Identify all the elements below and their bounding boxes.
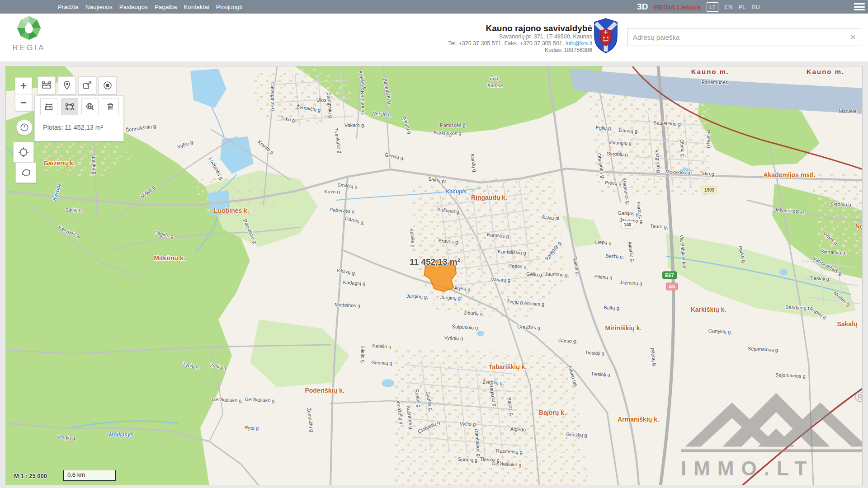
nav-item-4[interactable]: Kontaktai	[184, 4, 209, 10]
page-header: REGIA Kauno rajono savivaldybė Savanorių…	[0, 14, 868, 61]
lang-en[interactable]: EN	[724, 4, 732, 10]
distance-icon	[44, 102, 54, 112]
area-measurement-result: Plotas: 11 452,13 m²	[43, 124, 103, 131]
map-pin-icon	[61, 80, 72, 91]
map-graphics	[6, 66, 863, 485]
municipality-name: Kauno rajono savivaldybė	[448, 23, 592, 33]
address-search: ×	[627, 28, 861, 46]
circle-dot-icon	[102, 80, 113, 91]
municipality-contacts: Tel. +370 37 305 571, Faks. +370 37 305 …	[448, 40, 592, 47]
map-wrapper: 11 452,13 m²Kauno m.Kauno m.mšk.KamšaKač…	[0, 61, 868, 488]
municipality-info: Kauno rajono savivaldybė Savanorių pr. 3…	[448, 23, 592, 54]
nav-item-0[interactable]: Pradžia	[58, 4, 79, 10]
select-region-button[interactable]	[15, 162, 36, 183]
clock-icon	[19, 122, 29, 132]
area-icon	[65, 102, 75, 112]
measure-on-globe-button[interactable]	[81, 98, 99, 115]
track-position-button[interactable]	[99, 76, 117, 94]
regia-lietuva-link[interactable]: REGIA Lietuva	[654, 3, 701, 11]
measurement-panel: Plotas: 11 452,13 m²	[34, 95, 124, 141]
language-switcher: LTENPLRU	[707, 2, 760, 12]
email-link[interactable]: info@krs.lt	[566, 40, 592, 47]
map-scale-bar: 0.6 km	[63, 470, 116, 481]
top-navigation-bar: PradžiaNaujienosPaslaugosPagalbaKontakta…	[0, 0, 868, 14]
municipality-address: Savanorių pr. 371, LT-49500, Kaunas	[448, 33, 592, 40]
nav-item-3[interactable]: Pagalba	[155, 4, 177, 10]
globe-cursor-icon	[85, 102, 95, 112]
hamburger-menu-icon[interactable]	[854, 3, 865, 10]
main-nav: PradžiaNaujienosPaslaugosPagalbaKontakta…	[58, 0, 242, 14]
measure-distance-button[interactable]	[40, 98, 57, 115]
clear-measurements-button[interactable]	[102, 98, 119, 115]
clear-search-icon[interactable]: ×	[845, 28, 861, 46]
lang-pl[interactable]: PL	[738, 4, 745, 10]
regia-logo-text: REGIA	[13, 43, 46, 52]
measure-length-button[interactable]	[38, 76, 56, 94]
search-input[interactable]	[627, 33, 845, 41]
add-point-button[interactable]	[58, 76, 76, 94]
regia-gem-icon	[16, 15, 42, 42]
municipality-code: Kodas: 188756386	[448, 47, 592, 54]
region-shape-icon	[20, 167, 32, 178]
view-3d-button[interactable]: 3D	[637, 2, 648, 12]
lang-ru[interactable]: RU	[751, 4, 760, 10]
share-arrow-icon	[82, 80, 93, 91]
coat-of-arms	[594, 18, 618, 53]
nav-item-5[interactable]: Prisijungti	[216, 4, 243, 10]
locate-me-button[interactable]	[13, 142, 34, 163]
nav-item-1[interactable]: Naujienos	[85, 4, 113, 10]
export-drawing-button[interactable]	[78, 76, 96, 94]
map-scale-ratio: M 1 : 25 000	[14, 473, 47, 479]
nav-item-2[interactable]: Paslaugos	[119, 4, 148, 10]
crosshair-icon	[18, 146, 29, 158]
measure-area-button[interactable]	[61, 98, 78, 115]
zoom-in-button[interactable]: +	[15, 77, 32, 94]
map-canvas[interactable]: 11 452,13 m²Kauno m.Kauno m.mšk.KamšaKač…	[5, 66, 863, 485]
topbar-right: 3D REGIA Lietuva LTENPLRU	[637, 0, 865, 14]
time-slider-button[interactable]	[16, 119, 33, 136]
lang-lt[interactable]: LT	[707, 2, 718, 12]
trash-icon	[105, 102, 115, 112]
ruler-icon	[41, 80, 52, 91]
zoom-out-button[interactable]: −	[15, 94, 32, 111]
